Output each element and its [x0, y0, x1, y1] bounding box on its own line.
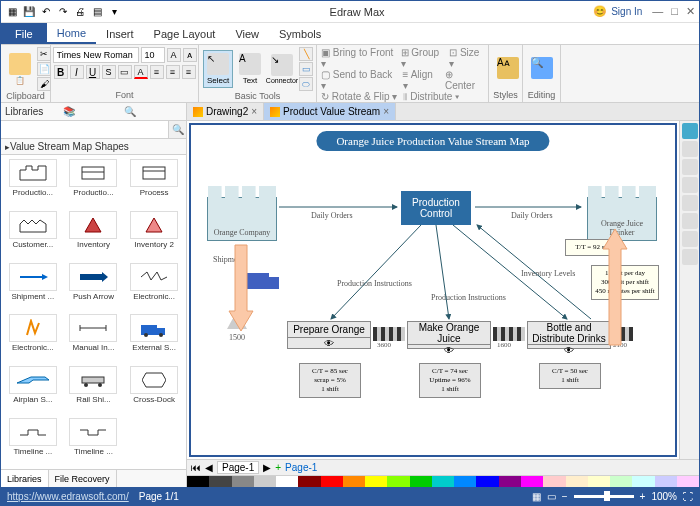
paste-button[interactable]: 📋 [5, 51, 35, 87]
select-tool[interactable]: ↖Select [203, 50, 233, 88]
lib-search-icon[interactable]: 🔍 [124, 106, 182, 117]
color-swatch[interactable] [521, 476, 543, 487]
process-make[interactable]: Make Orange Juice👁 [407, 321, 491, 349]
color-swatch[interactable] [321, 476, 343, 487]
underline-button[interactable]: U [86, 65, 100, 79]
data-box-3[interactable]: C/T = 50 sec 1 shift [539, 363, 601, 389]
shape-item[interactable]: Timeline ... [3, 416, 63, 467]
library-search-input[interactable] [1, 121, 168, 138]
text-tool[interactable]: AText [235, 51, 265, 87]
export-icon[interactable]: ▤ [90, 5, 104, 19]
page-tab-dup[interactable]: Page-1 [285, 462, 317, 473]
color-swatch[interactable] [655, 476, 677, 487]
redo-icon[interactable]: ↷ [56, 5, 70, 19]
color-swatch[interactable] [543, 476, 565, 487]
color-swatch[interactable] [187, 476, 209, 487]
sign-in-button[interactable]: Sign In [593, 5, 642, 18]
add-page-icon[interactable]: + [275, 462, 281, 473]
factory-left[interactable]: Orange Company [207, 197, 277, 241]
group-button[interactable]: ⊞ Group ▾ [401, 47, 444, 69]
color-swatch[interactable] [476, 476, 498, 487]
tab-view[interactable]: View [225, 23, 269, 44]
factory-right[interactable]: Orange Juice Drinker [587, 197, 657, 241]
process-prepare[interactable]: Prepare Orange👁 [287, 321, 371, 349]
format-painter-icon[interactable]: 🖌 [37, 77, 51, 91]
close-icon[interactable]: ✕ [686, 5, 695, 18]
shape-item[interactable]: Inventory 2 [124, 209, 184, 260]
color-swatch[interactable] [387, 476, 409, 487]
color-swatch[interactable] [343, 476, 365, 487]
truck-icon[interactable] [239, 273, 269, 289]
color-swatch[interactable] [454, 476, 476, 487]
rside-theme-icon[interactable] [682, 123, 698, 139]
shape-item[interactable]: Process [124, 157, 184, 208]
color-swatch[interactable] [254, 476, 276, 487]
shape-item[interactable]: Cross-Dock [124, 364, 184, 415]
center-button[interactable]: ⊕ Center [445, 69, 484, 91]
cut-icon[interactable]: ✂ [37, 47, 51, 61]
shape-item[interactable]: Timeline ... [64, 416, 124, 467]
shape-item[interactable]: External S... [124, 312, 184, 363]
minimize-icon[interactable]: — [652, 5, 663, 18]
page-nav-first-icon[interactable]: ⏮ [191, 462, 201, 473]
editing-button[interactable]: 🔍 [527, 55, 557, 82]
rside-history-icon[interactable] [682, 249, 698, 265]
tt-note[interactable]: T/T = 92 sec [565, 239, 621, 256]
qat-more-icon[interactable]: ▾ [107, 5, 121, 19]
save-icon[interactable]: 💾 [22, 5, 36, 19]
font-color-icon[interactable]: A [134, 65, 148, 79]
color-swatch[interactable] [432, 476, 454, 487]
lib-add-icon[interactable]: 📚 [63, 106, 121, 117]
tab-file-recovery[interactable]: File Recovery [49, 470, 117, 487]
color-swatch[interactable] [209, 476, 231, 487]
search-go-icon[interactable]: 🔍 [168, 121, 186, 138]
rside-fill-icon[interactable] [682, 141, 698, 157]
bring-front-button[interactable]: ▣ Bring to Front ▾ [321, 47, 395, 69]
shape-item[interactable]: Inventory [64, 209, 124, 260]
rotate-button[interactable]: ↻ Rotate & Flip ▾ [321, 91, 397, 103]
align-center-icon[interactable]: ≡ [166, 65, 180, 79]
fit-page-icon[interactable]: ⛶ [683, 491, 693, 502]
font-size-select[interactable] [141, 47, 165, 63]
push-arrow-2[interactable] [493, 327, 525, 341]
rect-shape-icon[interactable]: ▭ [299, 62, 313, 76]
shift-note[interactable]: 1 shift per day 300 unit per shift 450 m… [591, 265, 659, 300]
shape-item[interactable]: Customer... [3, 209, 63, 260]
tab-home[interactable]: Home [47, 23, 96, 44]
color-swatch[interactable] [298, 476, 320, 487]
send-back-button[interactable]: ▢ Send to Back ▾ [321, 69, 397, 91]
zoom-slider[interactable] [574, 495, 634, 498]
shape-item[interactable]: Electronic... [3, 312, 63, 363]
font-family-select[interactable] [53, 47, 139, 63]
tab-libraries[interactable]: Libraries [1, 470, 49, 487]
page-tab[interactable]: Page-1 [217, 461, 259, 474]
rside-comment-icon[interactable] [682, 231, 698, 247]
color-swatch[interactable] [566, 476, 588, 487]
styles-button[interactable]: Aᴀ [493, 55, 523, 82]
color-swatch[interactable] [232, 476, 254, 487]
shape-item[interactable]: Airplan S... [3, 364, 63, 415]
push-arrow-1[interactable] [373, 327, 405, 341]
shape-item[interactable]: Shipment ... [3, 261, 63, 312]
process-bottle[interactable]: Bottle and Distribute Drinks👁 [527, 321, 611, 349]
color-swatch[interactable] [588, 476, 610, 487]
bold-button[interactable]: B [54, 65, 68, 79]
connector-tool[interactable]: ↘Connector [267, 52, 297, 86]
tab-page-layout[interactable]: Page Layout [144, 23, 226, 44]
shrink-font-icon[interactable]: ᴀ [183, 48, 197, 62]
doc-tab[interactable]: Drawing2× [187, 103, 264, 120]
highlight-icon[interactable]: ▭ [118, 65, 132, 79]
qat-menu-icon[interactable]: ▦ [5, 5, 19, 19]
color-swatch[interactable] [499, 476, 521, 487]
rside-text-icon[interactable] [682, 177, 698, 193]
page-nav-next-icon[interactable]: ▶ [263, 462, 271, 473]
strike-button[interactable]: S [102, 65, 116, 79]
file-menu[interactable]: File [1, 23, 47, 44]
print-icon[interactable]: 🖨 [73, 5, 87, 19]
data-box-2[interactable]: C/T = 74 sec Uptime = 96% 1 shift [419, 363, 481, 398]
color-swatch[interactable] [632, 476, 654, 487]
zoom-in-icon[interactable]: + [640, 491, 646, 502]
align-button[interactable]: ≡ Align ▾ [403, 69, 439, 91]
close-tab-icon[interactable]: × [383, 106, 389, 117]
color-swatch[interactable] [677, 476, 699, 487]
